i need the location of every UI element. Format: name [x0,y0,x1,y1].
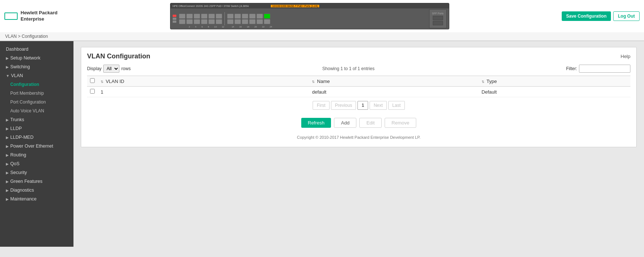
sidebar-item-setup-network[interactable]: ▶ Setup Network [0,54,73,62]
add-button[interactable]: Add [334,118,356,128]
content-panel: VLAN Configuration Help Display All 10 2… [81,47,637,147]
sidebar-item-diagnostics[interactable]: ▶ Diagnostics [0,186,73,195]
display-label: Display [87,66,101,71]
previous-page-button[interactable]: Previous [331,101,356,110]
sidebar-item-port-membership[interactable]: Port Membership [0,89,73,98]
pagination: First Previous 1 Next Last [87,97,630,113]
display-row: Display All 10 25 50 rows [87,65,131,73]
sidebar-item-maintenance[interactable]: ▶ Maintenance [0,195,73,203]
rows-per-page-select[interactable]: All 10 25 50 [103,65,119,73]
panel-header: VLAN Configuration Help [87,53,630,60]
first-page-button[interactable]: First [313,101,329,110]
row-checkbox[interactable] [90,89,95,94]
select-all-checkbox[interactable] [90,78,95,83]
vlan-id-cell: 1 [98,87,309,97]
sidebar-item-green-features[interactable]: ▶ Green Features [0,177,73,186]
filter-input[interactable] [579,65,630,73]
column-header-checkbox [87,76,98,87]
panel-title: VLAN Configuration [87,53,150,60]
action-buttons: Refresh Add Edit Remove [87,118,630,128]
sidebar-item-lldp[interactable]: ▶ LLDP [0,124,73,133]
column-header-name[interactable]: ⇅ Name [309,76,478,87]
sidebar-item-power-over-ethernet[interactable]: ▶ Power Over Ethernet [0,142,73,151]
switch-label-bar: HPE OfficeConnect 1920S 24G 2SFP PoE+ 37… [170,3,449,8]
breadcrumb: VLAN > Configuration [0,32,644,41]
sidebar-item-auto-voice-vlan[interactable]: Auto Voice VLAN [0,106,73,115]
table-controls: Display All 10 25 50 rows Showing 1 to 1… [87,65,630,73]
page-1-button[interactable]: 1 [357,101,368,110]
next-page-button[interactable]: Next [370,101,387,110]
name-cell: default [309,87,478,97]
breadcrumb-configuration: Configuration [22,34,48,39]
filter-area: Filter: [566,65,630,73]
main-content: VLAN Configuration Help Display All 10 2… [73,41,644,247]
sidebar-item-security[interactable]: ▶ Security [0,168,73,177]
vlan-table: ⇅ VLAN ID ⇅ Name ⇅ Type [87,76,630,97]
help-link[interactable]: Help [620,54,630,59]
hpe-logo-icon [4,12,18,20]
switch-diagram-area: HPE OfficeConnect 1920S 24G 2SFP PoE+ 37… [57,3,562,29]
sidebar-item-configuration[interactable]: Configuration [0,80,73,89]
filter-label: Filter: [566,66,577,71]
remove-button[interactable]: Remove [385,118,416,128]
type-cell: Default [479,87,630,97]
sfp-area: SFP Ports [429,9,447,28]
edit-button[interactable]: Edit [359,118,381,128]
logout-button[interactable]: Log Out [613,11,640,21]
showing-text: Showing 1 to 1 of 1 entries [322,66,374,71]
row-checkbox-cell [87,87,98,97]
header-actions: Save Configuration Log Out [562,11,640,21]
logo-area: Hewlett Packard Enterprise [4,10,57,22]
column-header-vlan-id[interactable]: ⇅ VLAN ID [98,76,309,87]
table-row: 1 default Default [87,87,630,97]
rows-label: rows [121,66,130,71]
last-page-button[interactable]: Last [388,101,405,110]
sidebar-item-trunks[interactable]: ▶ Trunks [0,115,73,124]
column-header-type[interactable]: ⇅ Type [479,76,630,87]
sidebar-item-switching[interactable]: ▶ Switching [0,62,73,71]
sidebar-item-routing[interactable]: ▶ Routing [0,151,73,159]
brand-name: Hewlett Packard Enterprise [21,10,57,22]
breadcrumb-vlan[interactable]: VLAN [5,34,17,39]
sidebar-item-lldp-med[interactable]: ▶ LLDP-MED [0,133,73,142]
sidebar-item-dashboard[interactable]: Dashboard [0,45,73,54]
footer: Copyright © 2010-2017 Hewlett Packard En… [87,135,630,140]
refresh-button[interactable]: Refresh [301,118,331,128]
sidebar-item-vlan[interactable]: ▼ VLAN [0,71,73,80]
save-configuration-button[interactable]: Save Configuration [562,11,611,21]
sidebar-item-qos[interactable]: ▶ QoS [0,159,73,168]
switch-diagram: HPE OfficeConnect 1920S 24G 2SFP PoE+ 37… [170,3,449,29]
sidebar: Dashboard ▶ Setup Network ▶ Switching ▼ … [0,41,73,247]
sidebar-item-port-configuration[interactable]: Port Configuration [0,98,73,106]
